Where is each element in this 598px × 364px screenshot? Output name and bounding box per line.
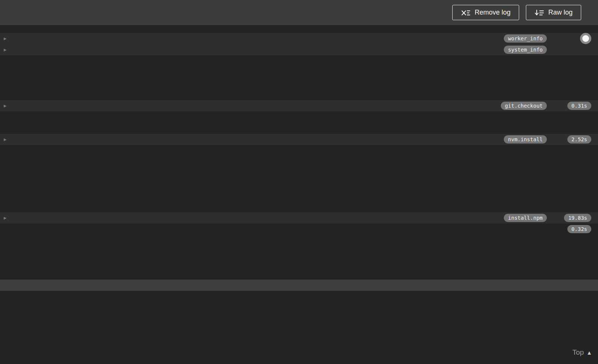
top-arrow-icon: ▲ — [586, 349, 592, 356]
fold-tag-badge: install.npm — [504, 214, 547, 222]
log-row: 3156 > gatsby-starter-hello-world@ test … — [0, 246, 598, 257]
remove-log-label: Remove log — [475, 9, 511, 16]
log-row: 3155 — [0, 235, 598, 246]
duration-badge: 0.32s — [567, 225, 591, 233]
duration-badge: 0.31s — [567, 102, 591, 110]
log-row: 406 — [0, 89, 598, 100]
log-row: 438 0.33.11 — [0, 201, 598, 212]
log-row: ▶ 6 Build system information system_info — [0, 44, 598, 55]
fold-toggle-icon[interactable]: ▶ — [4, 44, 10, 55]
remove-log-icon — [461, 9, 471, 16]
fold-tag-badge: system_info — [504, 46, 547, 54]
duration-badge: 2.52s — [567, 135, 591, 144]
log-row: 425 Updating nvm — [0, 123, 598, 134]
log-row: 433 $ node --version — [0, 145, 598, 156]
log-row: 436 5.6.0 — [0, 179, 598, 190]
log-row: 434 v10.0.0 — [0, 156, 598, 167]
top-link-label: Top — [573, 348, 584, 356]
log-row: 3160 — [0, 291, 598, 302]
remove-log-button[interactable]: Remove log — [452, 5, 519, 20]
log-row: ▶ 426 $ nvm install 10.0 nvm.install 2.5… — [0, 134, 598, 145]
position-indicator-dot — [580, 33, 591, 44]
build-log: ▶ 1 Worker information worker_info ▶ 6 B… — [0, 25, 598, 358]
duration-badge: 19.83s — [564, 214, 591, 222]
raw-log-button[interactable]: Raw log — [526, 5, 581, 20]
fold-toggle-icon[interactable]: ▶ — [4, 100, 10, 111]
log-row: 403 — [0, 55, 598, 67]
fold-toggle-icon[interactable]: ▶ — [4, 134, 10, 145]
position-indicator-dot-inner — [582, 35, 589, 42]
fold-toggle-icon[interactable]: ▶ — [4, 212, 10, 223]
log-row: 3154 $ npm test 0.32s — [0, 223, 598, 235]
log-row: ▶ 1 Worker information worker_info — [0, 33, 598, 44]
log-row: 424 $ export PATH=./node_modules/.bin:$P… — [0, 111, 598, 123]
fold-tag-badge: worker_info — [504, 34, 547, 43]
log-row: 404 Network availability confirmed. — [0, 67, 598, 78]
log-row: 3157 > echo 'Run your tests here' — [0, 257, 598, 268]
log-row: ▶ 407 $ git clone --depth=50 https://git… — [0, 100, 598, 111]
log-row: 3163 — [0, 324, 598, 336]
scroll-to-top-link[interactable]: Top▲ — [573, 348, 592, 356]
raw-log-label: Raw log — [548, 9, 573, 16]
log-row: 437 $ nvm --version — [0, 190, 598, 201]
fold-toggle-icon[interactable]: ▶ — [4, 33, 10, 44]
log-footer: Top▲ — [0, 347, 598, 358]
log-row: 3162 The command "npm test" exited with … — [0, 313, 598, 324]
log-toolbar: Remove log Raw log — [0, 0, 598, 25]
fold-tag-badge: nvm.install — [504, 135, 547, 144]
log-row: 405 — [0, 78, 598, 89]
log-row: 435 $ npm --version — [0, 167, 598, 179]
log-row: 3161 — [0, 302, 598, 313]
log-row: 3159 Run your tests here — [0, 280, 598, 291]
log-row: ▶ 439 $ npm install install.npm 19.83s — [0, 212, 598, 223]
log-row: 3164 Done. Your build exited with 0. — [0, 336, 598, 347]
raw-log-icon — [534, 9, 544, 16]
fold-tag-badge: git.checkout — [501, 102, 547, 110]
log-row: 3158 — [0, 268, 598, 280]
